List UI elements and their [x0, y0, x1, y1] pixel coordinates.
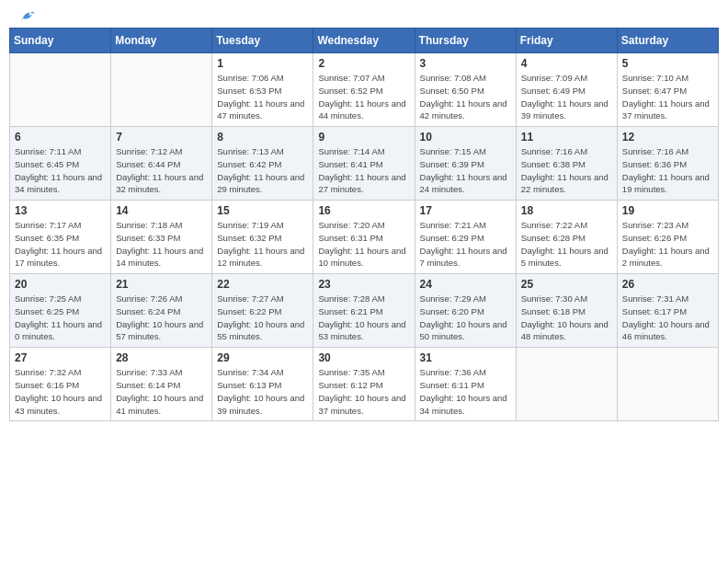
day-info: Sunrise: 7:11 AM Sunset: 6:45 PM Dayligh…	[15, 145, 106, 196]
day-number: 5	[622, 57, 713, 70]
day-number: 9	[318, 131, 409, 144]
logo	[13, 9, 34, 20]
day-number: 25	[521, 278, 612, 291]
calendar-cell: 6Sunrise: 7:11 AM Sunset: 6:45 PM Daylig…	[10, 127, 111, 201]
calendar-cell: 17Sunrise: 7:21 AM Sunset: 6:29 PM Dayli…	[415, 201, 516, 274]
day-number: 2	[318, 57, 409, 70]
day-info: Sunrise: 7:16 AM Sunset: 6:38 PM Dayligh…	[521, 145, 612, 196]
calendar-cell: 22Sunrise: 7:27 AM Sunset: 6:22 PM Dayli…	[212, 274, 313, 348]
calendar-cell: 24Sunrise: 7:29 AM Sunset: 6:20 PM Dayli…	[415, 274, 516, 348]
calendar-header-row: SundayMondayTuesdayWednesdayThursdayFrid…	[10, 29, 719, 53]
day-info: Sunrise: 7:25 AM Sunset: 6:25 PM Dayligh…	[15, 293, 106, 343]
calendar-cell: 11Sunrise: 7:16 AM Sunset: 6:38 PM Dayli…	[516, 127, 617, 201]
calendar-cell: 7Sunrise: 7:12 AM Sunset: 6:44 PM Daylig…	[111, 127, 212, 201]
calendar-cell: 10Sunrise: 7:15 AM Sunset: 6:39 PM Dayli…	[415, 127, 516, 201]
day-info: Sunrise: 7:36 AM Sunset: 6:11 PM Dayligh…	[420, 366, 511, 417]
calendar-week-row: 27Sunrise: 7:32 AM Sunset: 6:16 PM Dayli…	[10, 348, 719, 421]
calendar-table: SundayMondayTuesdayWednesdayThursdayFrid…	[9, 28, 719, 421]
col-header-monday: Monday	[111, 29, 212, 53]
calendar-cell: 2Sunrise: 7:07 AM Sunset: 6:52 PM Daylig…	[313, 53, 415, 127]
day-info: Sunrise: 7:12 AM Sunset: 6:44 PM Dayligh…	[116, 145, 207, 196]
day-info: Sunrise: 7:09 AM Sunset: 6:49 PM Dayligh…	[521, 72, 612, 122]
calendar-cell: 15Sunrise: 7:19 AM Sunset: 6:32 PM Dayli…	[212, 201, 313, 274]
col-header-wednesday: Wednesday	[313, 29, 415, 53]
page-header	[9, 9, 719, 20]
day-info: Sunrise: 7:31 AM Sunset: 6:17 PM Dayligh…	[622, 293, 713, 343]
calendar-cell: 23Sunrise: 7:28 AM Sunset: 6:21 PM Dayli…	[313, 274, 415, 348]
day-number: 17	[420, 204, 511, 217]
day-number: 6	[15, 131, 106, 144]
day-number: 12	[622, 131, 713, 144]
day-info: Sunrise: 7:26 AM Sunset: 6:24 PM Dayligh…	[116, 293, 207, 343]
day-info: Sunrise: 7:16 AM Sunset: 6:36 PM Dayligh…	[622, 145, 713, 196]
day-number: 23	[318, 278, 409, 291]
calendar-cell: 21Sunrise: 7:26 AM Sunset: 6:24 PM Dayli…	[111, 274, 212, 348]
col-header-tuesday: Tuesday	[212, 29, 313, 53]
calendar-cell: 4Sunrise: 7:09 AM Sunset: 6:49 PM Daylig…	[516, 53, 617, 127]
day-info: Sunrise: 7:28 AM Sunset: 6:21 PM Dayligh…	[318, 293, 409, 343]
calendar-week-row: 20Sunrise: 7:25 AM Sunset: 6:25 PM Dayli…	[10, 274, 719, 348]
day-info: Sunrise: 7:17 AM Sunset: 6:35 PM Dayligh…	[15, 219, 106, 270]
logo-bird-icon	[14, 9, 34, 24]
day-info: Sunrise: 7:35 AM Sunset: 6:12 PM Dayligh…	[318, 366, 409, 417]
day-info: Sunrise: 7:07 AM Sunset: 6:52 PM Dayligh…	[318, 72, 409, 122]
day-number: 1	[217, 57, 308, 70]
day-number: 11	[521, 131, 612, 144]
calendar-cell: 5Sunrise: 7:10 AM Sunset: 6:47 PM Daylig…	[617, 53, 718, 127]
day-number: 10	[420, 131, 511, 144]
day-number: 3	[420, 57, 511, 70]
calendar-cell	[617, 348, 718, 421]
day-number: 16	[318, 204, 409, 217]
calendar-cell: 28Sunrise: 7:33 AM Sunset: 6:14 PM Dayli…	[111, 348, 212, 421]
calendar-cell: 27Sunrise: 7:32 AM Sunset: 6:16 PM Dayli…	[10, 348, 111, 421]
day-info: Sunrise: 7:23 AM Sunset: 6:26 PM Dayligh…	[622, 219, 713, 270]
calendar-cell: 14Sunrise: 7:18 AM Sunset: 6:33 PM Dayli…	[111, 201, 212, 274]
day-info: Sunrise: 7:34 AM Sunset: 6:13 PM Dayligh…	[217, 366, 308, 417]
day-number: 15	[217, 204, 308, 217]
calendar-week-row: 6Sunrise: 7:11 AM Sunset: 6:45 PM Daylig…	[10, 127, 719, 201]
day-number: 8	[217, 131, 308, 144]
col-header-friday: Friday	[516, 29, 617, 53]
calendar-cell: 25Sunrise: 7:30 AM Sunset: 6:18 PM Dayli…	[516, 274, 617, 348]
day-number: 14	[116, 204, 207, 217]
day-info: Sunrise: 7:27 AM Sunset: 6:22 PM Dayligh…	[217, 293, 308, 343]
day-number: 24	[420, 278, 511, 291]
calendar-cell: 3Sunrise: 7:08 AM Sunset: 6:50 PM Daylig…	[415, 53, 516, 127]
calendar-cell: 26Sunrise: 7:31 AM Sunset: 6:17 PM Dayli…	[617, 274, 718, 348]
calendar-cell: 13Sunrise: 7:17 AM Sunset: 6:35 PM Dayli…	[10, 201, 111, 274]
day-info: Sunrise: 7:08 AM Sunset: 6:50 PM Dayligh…	[420, 72, 511, 122]
day-number: 20	[15, 278, 106, 291]
calendar-cell: 30Sunrise: 7:35 AM Sunset: 6:12 PM Dayli…	[313, 348, 415, 421]
day-info: Sunrise: 7:15 AM Sunset: 6:39 PM Dayligh…	[420, 145, 511, 196]
day-number: 26	[622, 278, 713, 291]
day-number: 18	[521, 204, 612, 217]
calendar-week-row: 1Sunrise: 7:06 AM Sunset: 6:53 PM Daylig…	[10, 53, 719, 127]
calendar-cell	[111, 53, 212, 127]
calendar-cell: 29Sunrise: 7:34 AM Sunset: 6:13 PM Dayli…	[212, 348, 313, 421]
calendar-cell: 9Sunrise: 7:14 AM Sunset: 6:41 PM Daylig…	[313, 127, 415, 201]
day-info: Sunrise: 7:20 AM Sunset: 6:31 PM Dayligh…	[318, 219, 409, 270]
calendar-week-row: 13Sunrise: 7:17 AM Sunset: 6:35 PM Dayli…	[10, 201, 719, 274]
day-number: 27	[15, 351, 106, 364]
day-number: 21	[116, 278, 207, 291]
day-info: Sunrise: 7:18 AM Sunset: 6:33 PM Dayligh…	[116, 219, 207, 270]
day-info: Sunrise: 7:22 AM Sunset: 6:28 PM Dayligh…	[521, 219, 612, 270]
day-number: 22	[217, 278, 308, 291]
day-info: Sunrise: 7:32 AM Sunset: 6:16 PM Dayligh…	[15, 366, 106, 417]
day-info: Sunrise: 7:14 AM Sunset: 6:41 PM Dayligh…	[318, 145, 409, 196]
calendar-cell	[10, 53, 111, 127]
calendar-cell	[516, 348, 617, 421]
day-number: 19	[622, 204, 713, 217]
day-info: Sunrise: 7:33 AM Sunset: 6:14 PM Dayligh…	[116, 366, 207, 417]
day-number: 29	[217, 351, 308, 364]
day-info: Sunrise: 7:30 AM Sunset: 6:18 PM Dayligh…	[521, 293, 612, 343]
calendar-cell: 31Sunrise: 7:36 AM Sunset: 6:11 PM Dayli…	[415, 348, 516, 421]
calendar-cell: 1Sunrise: 7:06 AM Sunset: 6:53 PM Daylig…	[212, 53, 313, 127]
day-number: 13	[15, 204, 106, 217]
col-header-thursday: Thursday	[415, 29, 516, 53]
day-info: Sunrise: 7:29 AM Sunset: 6:20 PM Dayligh…	[420, 293, 511, 343]
col-header-saturday: Saturday	[617, 29, 718, 53]
calendar-cell: 18Sunrise: 7:22 AM Sunset: 6:28 PM Dayli…	[516, 201, 617, 274]
calendar-cell: 8Sunrise: 7:13 AM Sunset: 6:42 PM Daylig…	[212, 127, 313, 201]
calendar-cell: 12Sunrise: 7:16 AM Sunset: 6:36 PM Dayli…	[617, 127, 718, 201]
